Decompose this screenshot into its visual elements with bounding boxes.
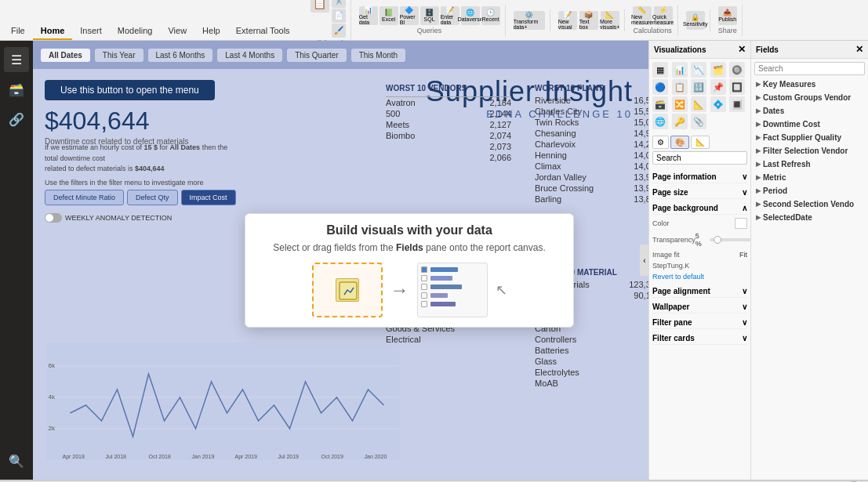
filter-all-dates[interactable]: All Dates: [41, 49, 90, 62]
sidebar-data-icon[interactable]: 🗃️: [4, 77, 29, 102]
field-group-dates-header[interactable]: ▶ Dates: [754, 105, 865, 117]
viz-pie[interactable]: 🔵: [652, 79, 668, 95]
recent-sources-icon[interactable]: 🕒Recent: [481, 6, 500, 25]
tab-view[interactable]: View: [160, 23, 194, 40]
fields-search-input[interactable]: [754, 62, 865, 75]
field-group-key-measures-header[interactable]: ▶ Key Measures: [754, 78, 865, 90]
viz-waterfall[interactable]: 🔀: [672, 96, 688, 112]
viz-map[interactable]: 🌐: [652, 114, 668, 129]
get-data-icon[interactable]: 📊Get data: [359, 6, 378, 25]
arrow-right-icon: →: [390, 279, 409, 301]
wallpaper-header[interactable]: Wallpaper ∨: [652, 301, 747, 313]
format-analytics-tab[interactable]: 📐: [691, 136, 710, 149]
sql-icon[interactable]: 🗄️SQL: [420, 6, 439, 25]
viz-decomp-tree[interactable]: 🔑: [672, 114, 688, 129]
sidebar-report-icon[interactable]: ☰: [4, 47, 29, 72]
viz-line[interactable]: 📉: [691, 62, 706, 78]
dates-triangle: ▶: [756, 107, 761, 114]
viz-search-input[interactable]: [652, 151, 747, 165]
tab-modeling[interactable]: Modeling: [110, 23, 161, 40]
tab-external-tools[interactable]: External Tools: [228, 23, 298, 40]
text-box-icon[interactable]: 📦Text box: [579, 11, 598, 30]
page-size-header[interactable]: Page size ∨: [652, 187, 747, 199]
format-painter-icon[interactable]: 🖌️: [332, 24, 346, 38]
format-tabs: ⚙ 🎨 📐: [652, 134, 747, 151]
field-group-custom-groups-header[interactable]: ▶ Custom Groups Vendor: [754, 92, 865, 103]
transform-data-icon[interactable]: ⚙️Transform data+: [514, 11, 545, 30]
tab-insert[interactable]: Insert: [72, 23, 110, 40]
enter-data-icon[interactable]: 📝Enter data: [441, 6, 459, 25]
vendor-3: Meets: [386, 120, 464, 129]
viz-stacked-bar[interactable]: ▦: [652, 62, 668, 78]
transparency-slider[interactable]: [710, 238, 750, 241]
field-group-fact-header[interactable]: ▶ Fact Supplier Quality: [754, 132, 865, 143]
filter-cards-header[interactable]: Filter cards ∨: [652, 332, 747, 345]
filter-last6months[interactable]: Last 6 Months: [148, 49, 213, 62]
color-swatch[interactable]: [735, 218, 747, 229]
excel-icon[interactable]: 📗Excel: [380, 6, 398, 25]
tab-home[interactable]: Home: [33, 23, 73, 40]
fact-triangle: ▶: [756, 134, 761, 141]
page-bg-label: Page background: [652, 204, 718, 212]
new-visual2-icon[interactable]: 📐More visuals+: [601, 11, 619, 30]
page-alignment-header[interactable]: Page alignment ∨: [652, 285, 747, 298]
viz-funnel[interactable]: 📐: [691, 96, 706, 112]
field-group-downtime-header[interactable]: ▶ Downtime Cost: [754, 118, 865, 130]
transparency-value: 5 %: [695, 232, 706, 248]
viz-panel-close[interactable]: ✕: [738, 44, 746, 55]
sidebar-search-icon[interactable]: 🔍: [4, 448, 29, 473]
filter-this-year[interactable]: This Year: [95, 49, 143, 62]
open-menu-button[interactable]: Use this button to open the menu: [45, 80, 215, 100]
filter-label: Filter Selection Vendor: [763, 147, 848, 155]
field-group-metric-header[interactable]: ▶ Metric: [754, 172, 865, 183]
defect-qty-button[interactable]: Defect Qty: [127, 190, 178, 205]
new-visual-icon[interactable]: 📝New visual: [558, 11, 577, 30]
panel-collapse-arrow[interactable]: ‹: [640, 245, 648, 276]
impact-cost-button[interactable]: Impact Cost: [181, 190, 236, 205]
sidebar-model-icon[interactable]: 🔗: [4, 107, 29, 132]
sensitivity-icon[interactable]: 🔒Sensitivity: [686, 11, 705, 30]
page-info-header[interactable]: Page information ∨: [652, 171, 747, 183]
format-paint-tab[interactable]: 🎨: [670, 136, 689, 149]
filter-pane-header[interactable]: Filter pane ∨: [652, 317, 747, 329]
viz-matrix[interactable]: 🔢: [691, 79, 706, 95]
field-group-period-header[interactable]: ▶ Period: [754, 185, 865, 197]
viz-clustered-bar[interactable]: 📊: [672, 62, 688, 78]
dataverse-icon[interactable]: 🌐Dataverse: [461, 6, 480, 25]
viz-table[interactable]: 📋: [672, 79, 688, 95]
viz-area[interactable]: 🗂️: [710, 62, 726, 78]
filter-this-quarter[interactable]: This Quarter: [287, 49, 347, 62]
filter-last4months[interactable]: Last 4 Months: [217, 49, 282, 62]
viz-scatter[interactable]: 🔘: [729, 62, 745, 78]
format-fields-tab[interactable]: ⚙: [652, 136, 669, 149]
defect-minute-ratio-button[interactable]: Defect Minute Ratio: [45, 190, 124, 205]
canvas-area[interactable]: All Dates This Year Last 6 Months Last 4…: [33, 41, 648, 480]
filter-this-month[interactable]: This Month: [351, 49, 405, 62]
page-bg-header[interactable]: Page background ∧: [652, 202, 747, 215]
toggle-switch[interactable]: [45, 213, 62, 223]
fields-panel-close[interactable]: ✕: [855, 44, 863, 55]
quick-measure-icon[interactable]: ⚡Quick measure: [654, 6, 673, 25]
new-measure-icon[interactable]: 📏New measure: [633, 6, 652, 25]
viz-slicer[interactable]: 🗃️: [652, 96, 668, 112]
viz-card[interactable]: 📌: [710, 79, 726, 95]
viz-gauge[interactable]: 💠: [710, 96, 726, 112]
filter-cards-chevron: ∨: [742, 334, 747, 342]
weekly-anomaly-toggle[interactable]: WEEKLY ANOMALY DETECTION: [45, 213, 172, 223]
powerbi-datasets-icon[interactable]: 🔷Power BI: [400, 6, 419, 25]
cut-icon[interactable]: ✂️: [332, 0, 346, 8]
copy-icon[interactable]: 📄: [332, 9, 346, 23]
paste-icon[interactable]: 📋: [311, 0, 329, 13]
field-group-filter-header[interactable]: ▶ Filter Selection Vendor: [754, 145, 865, 157]
field-group-second-header[interactable]: ▶ Second Selection Vendo: [754, 198, 865, 210]
field-group-selected-header[interactable]: ▶ SelectedDate: [754, 212, 865, 223]
viz-smart-narrative[interactable]: 📎: [691, 114, 706, 129]
revert-default-button[interactable]: Revert to default: [652, 273, 704, 281]
tab-help[interactable]: Help: [194, 23, 228, 40]
publish-icon[interactable]: 📤Publish: [718, 6, 737, 25]
tab-file[interactable]: File: [3, 23, 33, 40]
viz-kpi[interactable]: 🔲: [729, 79, 745, 95]
action-buttons: Defect Minute Ratio Defect Qty Impact Co…: [45, 190, 236, 205]
viz-treemap[interactable]: 🔳: [729, 96, 745, 112]
field-group-refresh-header[interactable]: ▶ Last Refresh: [754, 158, 865, 170]
